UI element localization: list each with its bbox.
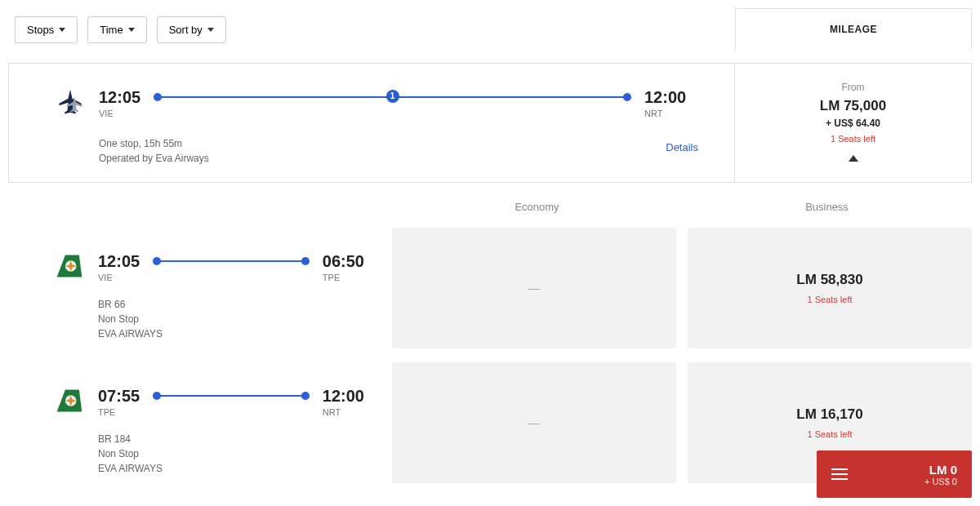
- cart-total: LM 0: [864, 463, 957, 477]
- seg-route-line: [154, 390, 308, 415]
- route-start-dot: [154, 93, 162, 101]
- cart-sub: + US$ 0: [864, 477, 957, 486]
- segment-main: 07:55 TPE 12:00 NRT BR 184 Non Stop EVA …: [98, 387, 364, 476]
- seg-arr-code: TPE: [323, 273, 364, 282]
- seg-dep-time: 07:55: [98, 387, 140, 406]
- route-end-dot: [301, 257, 310, 265]
- departure-code: VIE: [99, 109, 140, 118]
- seg-dep-block: 12:05 VIE: [98, 252, 140, 282]
- seg-dep-code: VIE: [98, 273, 140, 282]
- airline-tail-icon: [56, 387, 83, 415]
- business-header: Business: [682, 191, 972, 223]
- seg-dep-block: 07:55 TPE: [98, 387, 140, 417]
- flight-main: 12:05 VIE 1 12:00 NRT One stop, 15h 55m: [99, 88, 702, 166]
- from-label: From: [743, 82, 963, 93]
- business-seats: 1 Seats left: [807, 295, 852, 304]
- seg-arr-code: NRT: [323, 407, 364, 417]
- segment-info: 07:55 TPE 12:00 NRT BR 184 Non Stop EVA …: [8, 362, 381, 492]
- sort-filter[interactable]: Sort by: [157, 16, 226, 43]
- business-seats: 1 Seats left: [807, 429, 852, 439]
- stops-label: Stops: [27, 24, 54, 36]
- seg-dep-arr: 07:55 TPE 12:00 NRT: [98, 387, 364, 417]
- route-line: 1: [155, 91, 630, 116]
- stops-duration: One stop, 15h 55m: [99, 136, 209, 151]
- seg-airline: EVA AIRWAYS: [98, 461, 364, 476]
- mileage-tab-label: MILEAGE: [830, 24, 877, 35]
- summary-price[interactable]: From LM 75,000 + US$ 64.40 1 Seats left: [734, 64, 971, 182]
- details-link[interactable]: Details: [666, 141, 698, 166]
- stops-filter[interactable]: Stops: [15, 16, 78, 43]
- mileage-tab[interactable]: MILEAGE: [735, 8, 972, 50]
- cart-summary[interactable]: LM 0 + US$ 0: [817, 451, 972, 498]
- summary-seats: 1 Seats left: [743, 134, 963, 144]
- seg-arr-time: 06:50: [323, 252, 364, 271]
- route-end-dot: [623, 93, 631, 101]
- seg-airline: EVA AIRWAYS: [98, 326, 364, 341]
- seg-route-line: [154, 255, 308, 280]
- chevron-down-icon: [128, 28, 135, 32]
- seg-meta: BR 184 Non Stop EVA AIRWAYS: [98, 432, 364, 476]
- arrival-block: 12:00 NRT: [644, 88, 702, 118]
- economy-fare-card[interactable]: —: [392, 228, 676, 348]
- summary-price-value: LM 75,000: [743, 98, 963, 114]
- economy-unavailable: —: [528, 416, 540, 429]
- itinerary-summary: 12:05 VIE 1 12:00 NRT One stop, 15h 55m: [8, 63, 972, 183]
- business-price: LM 16,170: [796, 406, 862, 423]
- summary-left: 12:05 VIE 1 12:00 NRT One stop, 15h 55m: [9, 64, 734, 182]
- stop-bubble: 1: [386, 90, 399, 103]
- route-start-dot: [153, 257, 161, 265]
- route-end-dot: [301, 392, 310, 400]
- segment-info: 12:05 VIE 06:50 TPE BR 66 Non Stop EVA A…: [8, 228, 381, 357]
- departure-block: 12:05 VIE: [99, 88, 140, 118]
- departure-time: 12:05: [99, 88, 140, 107]
- flight-meta: One stop, 15h 55m Operated by Eva Airway…: [99, 136, 209, 166]
- arrival-code: NRT: [644, 109, 702, 118]
- flight-number: BR 184: [98, 432, 364, 446]
- seg-stops: Non Stop: [98, 312, 364, 326]
- seg-stops: Non Stop: [98, 446, 364, 461]
- business-price: LM 58,830: [796, 272, 862, 288]
- operated-by: Operated by Eva Airways: [99, 151, 209, 166]
- seg-dep-time: 12:05: [98, 252, 140, 271]
- sort-label: Sort by: [169, 24, 203, 36]
- business-fare-card[interactable]: LM 58,830 1 Seats left: [688, 228, 972, 348]
- time-filter[interactable]: Time: [87, 16, 146, 43]
- time-label: Time: [100, 24, 122, 36]
- seg-meta: BR 66 Non Stop EVA AIRWAYS: [98, 297, 364, 341]
- seg-arr-block: 06:50 TPE: [323, 252, 364, 282]
- summary-taxes: + US$ 64.40: [743, 118, 963, 129]
- flight-number: BR 66: [98, 297, 364, 312]
- collapse-icon[interactable]: [849, 155, 858, 162]
- airplane-icon: [56, 88, 84, 116]
- chevron-down-icon: [207, 28, 214, 32]
- class-header-row: Economy Business: [8, 191, 972, 223]
- economy-header: Economy: [392, 191, 682, 223]
- route-start-dot: [153, 392, 161, 400]
- dep-arr-line: 12:05 VIE 1 12:00 NRT: [99, 88, 702, 118]
- economy-fare-card[interactable]: —: [392, 362, 676, 483]
- menu-icon: [831, 468, 848, 480]
- economy-unavailable: —: [528, 282, 540, 295]
- segment-main: 12:05 VIE 06:50 TPE BR 66 Non Stop EVA A…: [98, 252, 364, 341]
- segment-row: 12:05 VIE 06:50 TPE BR 66 Non Stop EVA A…: [8, 228, 972, 357]
- seg-arr-block: 12:00 NRT: [323, 387, 364, 417]
- seg-arr-time: 12:00: [323, 387, 364, 406]
- chevron-down-icon: [59, 28, 65, 32]
- seg-dep-arr: 12:05 VIE 06:50 TPE: [98, 252, 364, 282]
- cart-text: LM 0 + US$ 0: [864, 463, 957, 486]
- airline-tail-icon: [56, 252, 83, 280]
- arrival-time: 12:00: [644, 88, 702, 107]
- seg-dep-code: TPE: [98, 407, 140, 417]
